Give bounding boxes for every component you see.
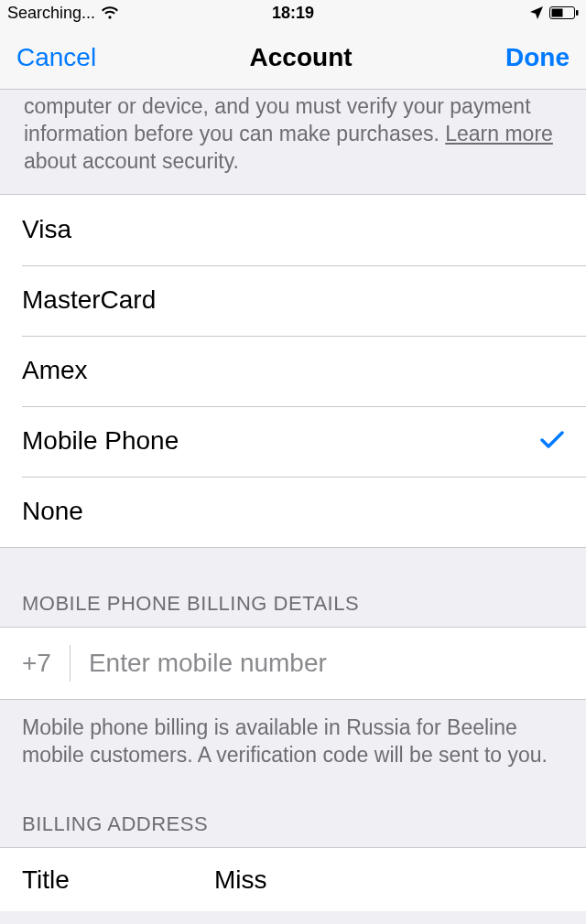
carrier-label: Searching... bbox=[7, 4, 95, 23]
battery-icon bbox=[549, 6, 579, 19]
location-icon bbox=[529, 5, 544, 20]
payment-method-row[interactable]: None bbox=[0, 477, 586, 547]
phone-number-input[interactable] bbox=[71, 649, 564, 678]
payment-method-row[interactable]: Mobile Phone bbox=[0, 406, 586, 477]
title-row[interactable]: Title Miss bbox=[0, 847, 586, 911]
payment-method-label: Amex bbox=[22, 356, 88, 385]
section-header-billing-details: Mobile Phone Billing Details bbox=[0, 548, 586, 627]
title-field-value: Miss bbox=[214, 865, 267, 895]
payment-method-row[interactable]: MasterCard bbox=[0, 265, 586, 336]
payment-method-label: None bbox=[22, 497, 83, 526]
country-code-label[interactable]: +7 bbox=[22, 645, 71, 682]
status-bar: Searching... 18:19 bbox=[0, 0, 586, 26]
payment-method-label: MasterCard bbox=[22, 285, 156, 315]
section-header-billing-address: Billing Address bbox=[0, 785, 586, 847]
phone-input-row: +7 bbox=[0, 627, 586, 700]
header-description: computer or device, and you must verify … bbox=[0, 90, 586, 195]
clock-label: 18:19 bbox=[272, 4, 314, 23]
cancel-button[interactable]: Cancel bbox=[16, 43, 96, 72]
payment-method-label: Visa bbox=[22, 215, 71, 244]
billing-details-footer: Mobile phone billing is available in Rus… bbox=[0, 700, 586, 786]
svg-rect-2 bbox=[576, 10, 579, 16]
done-button[interactable]: Done bbox=[505, 43, 570, 72]
payment-method-row[interactable]: Amex bbox=[0, 336, 586, 406]
payment-method-row[interactable]: Visa bbox=[0, 195, 586, 265]
payment-method-list: VisaMasterCardAmexMobile PhoneNone bbox=[0, 195, 586, 548]
payment-method-label: Mobile Phone bbox=[22, 426, 179, 456]
learn-more-link[interactable]: Learn more bbox=[445, 122, 553, 145]
checkmark-icon bbox=[540, 426, 564, 456]
title-field-label: Title bbox=[22, 865, 214, 895]
wifi-icon bbox=[101, 6, 119, 20]
svg-rect-1 bbox=[552, 9, 563, 17]
nav-bar: Cancel Account Done bbox=[0, 26, 586, 90]
page-title: Account bbox=[250, 43, 353, 72]
